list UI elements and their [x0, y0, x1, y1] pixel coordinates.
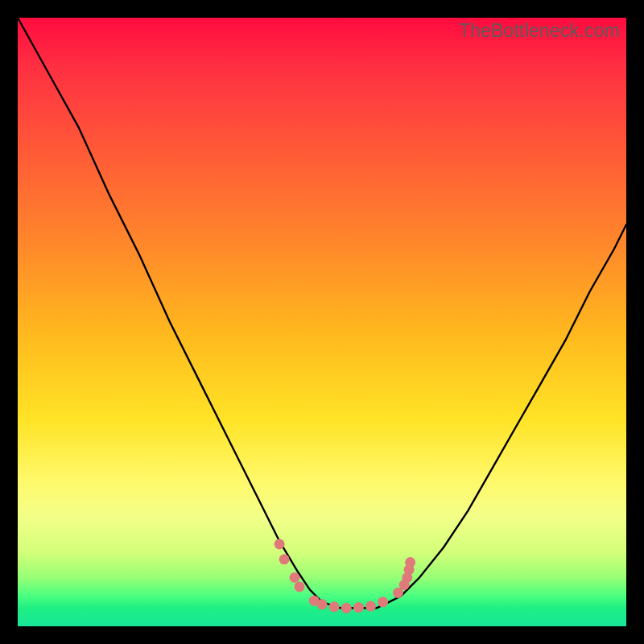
trough-marker: [365, 601, 376, 612]
trough-marker: [405, 557, 415, 568]
chart-frame: TheBottleneck.com: [0, 0, 644, 644]
trough-marker: [329, 601, 340, 612]
trough-markers: [275, 539, 415, 613]
trough-marker: [275, 539, 285, 549]
trough-marker: [295, 581, 305, 592]
plot-area: TheBottleneck.com: [18, 18, 626, 626]
bottleneck-curve: [18, 18, 626, 608]
trough-marker: [317, 599, 328, 609]
trough-marker: [279, 554, 290, 564]
trough-marker: [378, 597, 388, 607]
curve-layer: [18, 18, 626, 626]
trough-marker: [341, 603, 352, 613]
trough-marker: [290, 572, 300, 583]
trough-marker: [353, 602, 364, 613]
